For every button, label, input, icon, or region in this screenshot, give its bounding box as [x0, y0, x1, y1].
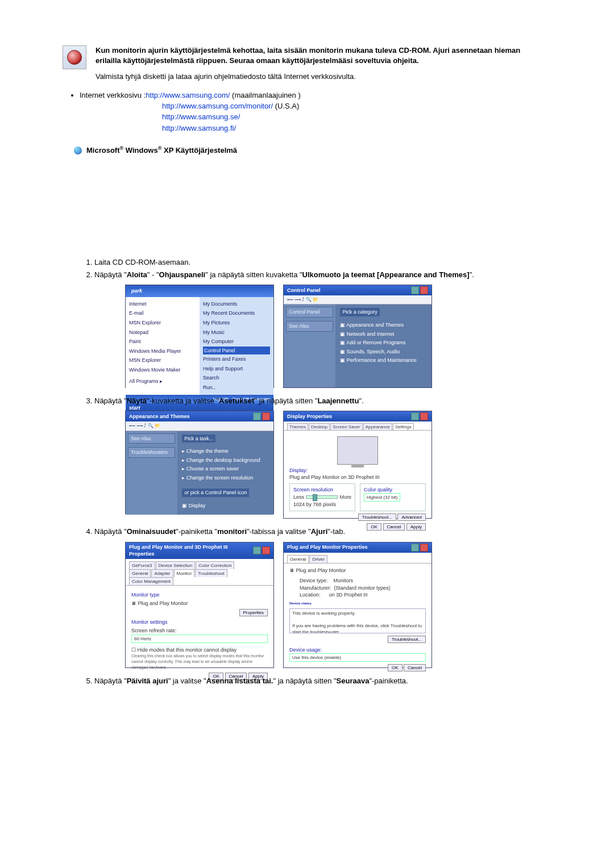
screenshot-pnp-monitor-properties: Plug and Play Monitor Properties General…	[283, 542, 432, 668]
link-samsung-monitor[interactable]: http://www.samsung.com/monitor/	[162, 102, 273, 110]
section-windows-xp: Microsoft® Windows® XP Käyttöjärjestelmä	[74, 145, 546, 156]
bullet-icon	[74, 147, 82, 155]
intro-bold: Kun monitorin ajurin käyttöjärjestelmä k…	[96, 45, 546, 66]
screenshot-appearance-themes: Appearance and Themes ⟵ ⟶ ⤴ 🔍 📁 See Also…	[125, 411, 274, 514]
screenshot-start-menu: park Internet E-mail MSN Explorer Notepa…	[125, 285, 274, 388]
cd-icon	[63, 45, 86, 69]
step-3: Näpäytä "Näytä"-kuvaketta ja valitse "As…	[94, 396, 546, 519]
screenshot-display-properties: Display Properties ThemesDesktopScreen S…	[283, 411, 432, 519]
screenshot-control-panel: Control Panel ⟵ ⟶ ⤴ 🔍 📁 Control Panel Se…	[283, 285, 432, 388]
step-2: Näpäytä "Aloita" - "Ohjauspaneli" ja näp…	[94, 270, 546, 388]
step-5: Näpäytä "Päivitä ajuri" ja valitse "Asen…	[94, 676, 546, 686]
web-links-line: Internet verkkosivu :http://www.samsung.…	[80, 90, 546, 134]
link-samsung-fi[interactable]: http://www.samsung.fi/	[162, 124, 236, 132]
screenshot-pnp-prophet-properties: Plug and Play Monitor and 3D Prophet III…	[125, 542, 274, 668]
step-4: Näpäytä "Ominaisuudet"-painiketta "monit…	[94, 527, 546, 667]
step-1: Laita CD CD-ROM-asemaan.	[94, 257, 546, 268]
intro-plain: Valmista tyhjä disketti ja lataa ajurin …	[96, 72, 546, 82]
link-samsung-global[interactable]: http://www.samsung.com/	[146, 91, 230, 99]
link-samsung-se[interactable]: http://www.samsung.se/	[162, 112, 240, 121]
